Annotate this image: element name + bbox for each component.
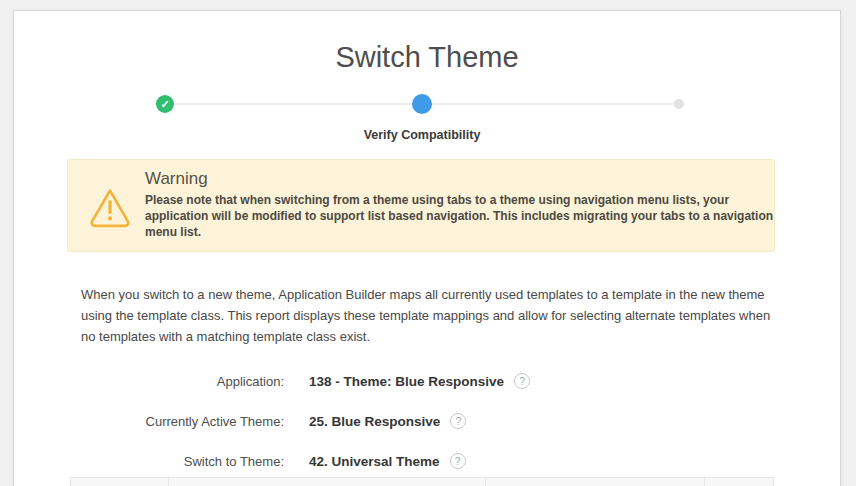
help-icon[interactable]: ? [450, 413, 466, 429]
step-complete-icon: ✓ [156, 95, 174, 113]
help-icon[interactable]: ? [514, 373, 530, 389]
step-current-dot [412, 94, 432, 114]
field-value-switch-theme: 42. Universal Theme [309, 454, 440, 469]
table-column [486, 478, 705, 486]
warning-banner: Warning Please note that when switching … [67, 159, 775, 252]
field-label-application: Application: [14, 374, 284, 389]
table-column [705, 478, 773, 486]
step-pending-dot [674, 99, 684, 109]
field-row-active-theme: Currently Active Theme: 25. Blue Respons… [14, 412, 840, 430]
field-value-active-theme: 25. Blue Responsive [309, 414, 440, 429]
field-row-switch-theme: Switch to Theme: 42. Universal Theme ? [14, 452, 840, 470]
field-value-application: 138 - Theme: Blue Responsive [309, 374, 504, 389]
warning-title: Warning [145, 169, 756, 189]
page-title: Switch Theme [14, 41, 840, 74]
table-column [169, 478, 486, 486]
wizard-card: Switch Theme ✓ Verify Compatibility Warn… [13, 10, 841, 486]
help-icon[interactable]: ? [450, 453, 466, 469]
field-row-application: Application: 138 - Theme: Blue Responsiv… [14, 372, 840, 390]
field-label-active-theme: Currently Active Theme: [14, 414, 284, 429]
step-current-label: Verify Compatibility [364, 128, 481, 142]
warning-content: Warning Please note that when switching … [145, 169, 756, 240]
warning-triangle-icon [88, 186, 132, 228]
field-label-switch-theme: Switch to Theme: [14, 454, 284, 469]
intro-paragraph: When you switch to a new theme, Applicat… [81, 284, 773, 347]
warning-message: Please note that when switching from a t… [145, 192, 793, 240]
table-column [71, 478, 169, 486]
template-mapping-table-header [70, 477, 774, 486]
